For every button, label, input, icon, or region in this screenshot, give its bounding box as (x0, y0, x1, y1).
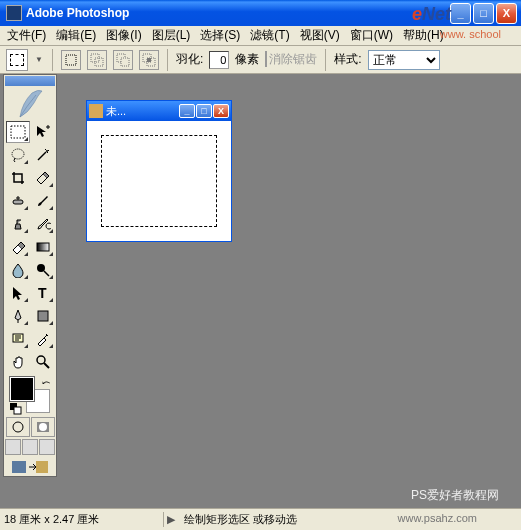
doc-minimize-button[interactable]: _ (179, 104, 195, 118)
menubar: 文件(F) 编辑(E) 图像(I) 图层(L) 选择(S) 滤镜(T) 视图(V… (0, 26, 521, 46)
history-brush-tool[interactable] (31, 213, 55, 235)
maximize-button[interactable]: □ (473, 3, 494, 24)
screen-standard-button[interactable] (5, 439, 21, 455)
jump-to-imageready-button[interactable] (10, 459, 50, 475)
menu-view[interactable]: 视图(V) (295, 25, 345, 46)
feather-input[interactable] (209, 51, 229, 69)
svg-rect-8 (11, 126, 25, 138)
menu-filter[interactable]: 滤镜(T) (245, 25, 294, 46)
svg-point-9 (12, 149, 24, 159)
screen-modes (5, 439, 55, 455)
edit-modes (6, 417, 55, 437)
separator (167, 49, 168, 71)
separator (52, 49, 53, 71)
screen-full-button[interactable] (39, 439, 55, 455)
path-selection-tool[interactable] (6, 282, 30, 304)
move-tool[interactable] (31, 121, 55, 143)
brush-tool[interactable] (31, 190, 55, 212)
color-swatches: ⤺ (8, 377, 52, 413)
menu-layer[interactable]: 图层(L) (147, 25, 196, 46)
lasso-tool[interactable] (6, 144, 30, 166)
current-tool-icon[interactable] (6, 49, 28, 71)
eraser-tool[interactable] (6, 236, 30, 258)
screen-fullmenu-button[interactable] (22, 439, 38, 455)
status-hint: 绘制矩形选区 或移动选 (178, 512, 517, 527)
swap-colors-icon[interactable]: ⤺ (42, 377, 50, 388)
canvas[interactable] (87, 121, 231, 241)
toolbox: T ⤺ (3, 74, 57, 477)
style-select[interactable]: 正常 (368, 50, 440, 70)
healing-brush-tool[interactable] (6, 190, 30, 212)
menu-image[interactable]: 图像(I) (101, 25, 146, 46)
feather-label: 羽化: (176, 51, 203, 68)
menu-help[interactable]: 帮助(H) (398, 25, 449, 46)
slice-tool[interactable] (31, 167, 55, 189)
toolbox-handle[interactable] (5, 76, 55, 86)
shape-tool[interactable] (31, 305, 55, 327)
gradient-tool[interactable] (31, 236, 55, 258)
document-size[interactable]: 18 厘米 x 2.47 厘米 (4, 512, 164, 527)
photoshop-feather-icon (16, 89, 44, 119)
clone-stamp-tool[interactable] (6, 213, 30, 235)
marquee-icon (10, 54, 24, 66)
doc-close-button[interactable]: X (213, 104, 229, 118)
svg-point-22 (39, 423, 47, 431)
menu-edit[interactable]: 编辑(E) (51, 25, 101, 46)
svg-rect-15 (38, 311, 48, 321)
blur-tool[interactable] (6, 259, 30, 281)
menu-select[interactable]: 选择(S) (195, 25, 245, 46)
svg-point-10 (46, 150, 48, 152)
svg-rect-4 (121, 58, 129, 66)
svg-rect-7 (147, 58, 151, 62)
notes-tool[interactable] (6, 328, 30, 350)
svg-rect-23 (12, 461, 26, 473)
selection-subtract-button[interactable] (113, 50, 133, 70)
statusbar: 18 厘米 x 2.47 厘米 ▶ 绘制矩形选区 或移动选 (0, 508, 521, 530)
minimize-button[interactable]: _ (450, 3, 471, 24)
type-tool[interactable]: T (31, 282, 55, 304)
marquee-tool[interactable] (6, 121, 30, 143)
status-arrow-icon[interactable]: ▶ (164, 513, 178, 526)
close-button[interactable]: X (496, 3, 517, 24)
selection-intersect-button[interactable] (139, 50, 159, 70)
separator (325, 49, 326, 71)
document-titlebar[interactable]: 未... _ □ X (87, 101, 231, 121)
foreground-color[interactable] (10, 377, 34, 401)
tool-preset-dropdown[interactable]: ▼ (34, 50, 44, 70)
eyedropper-tool[interactable] (31, 328, 55, 350)
window-buttons: _ □ X (450, 3, 517, 24)
antialias-checkbox: 消除锯齿 (265, 51, 317, 68)
menu-file[interactable]: 文件(F) (2, 25, 51, 46)
feather-unit: 像素 (235, 51, 259, 68)
svg-point-17 (37, 356, 45, 364)
document-window: 未... _ □ X (86, 100, 232, 242)
dodge-tool[interactable] (31, 259, 55, 281)
svg-point-20 (13, 422, 23, 432)
svg-rect-12 (37, 243, 49, 251)
selection-new-button[interactable] (61, 50, 81, 70)
style-label: 样式: (334, 51, 361, 68)
quickmask-mode-button[interactable] (31, 417, 55, 437)
crop-tool[interactable] (6, 167, 30, 189)
document-title: 未... (106, 104, 179, 119)
menu-window[interactable]: 窗口(W) (345, 25, 398, 46)
workspace (0, 74, 521, 508)
selection-add-button[interactable] (87, 50, 107, 70)
hand-tool[interactable] (6, 351, 30, 373)
standard-mode-button[interactable] (6, 417, 30, 437)
tool-grid: T (6, 121, 55, 373)
svg-point-13 (37, 264, 45, 272)
pen-tool[interactable] (6, 305, 30, 327)
svg-text:T: T (38, 285, 47, 301)
doc-maximize-button[interactable]: □ (196, 104, 212, 118)
zoom-tool[interactable] (31, 351, 55, 373)
svg-rect-19 (14, 407, 21, 414)
svg-rect-0 (66, 55, 76, 65)
document-icon (89, 104, 103, 118)
magic-wand-tool[interactable] (31, 144, 55, 166)
titlebar: Adobe Photoshop _ □ X (0, 0, 521, 26)
svg-rect-24 (36, 461, 48, 473)
options-bar: ▼ 羽化: 像素 消除锯齿 样式: 正常 (0, 46, 521, 74)
app-icon (6, 5, 22, 21)
default-colors-icon[interactable] (10, 401, 22, 413)
